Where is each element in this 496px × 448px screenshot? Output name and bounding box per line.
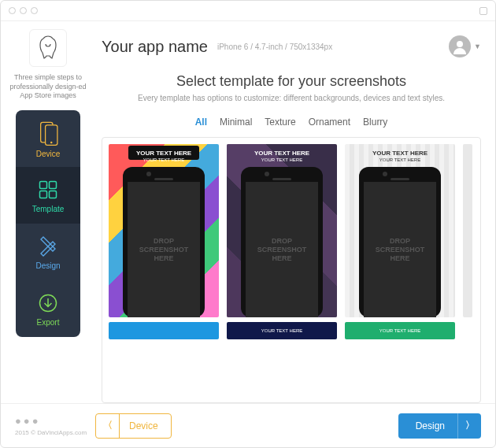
- user-avatar[interactable]: [449, 35, 471, 57]
- template-card[interactable]: YOUR TEXT HEREYOUR TEXT HERE DROPSCREENS…: [109, 144, 219, 396]
- sidebar-label: Design: [35, 261, 60, 270]
- sidebar-item-export[interactable]: Export: [16, 280, 80, 337]
- prev-label: Device: [129, 420, 158, 431]
- device-spec-text: iPhone 6 / 4.7-inch / 750x1334px: [217, 43, 332, 51]
- template-card[interactable]: YOUR TEXT HEREYOUR TEXT HERE DROPSCREENS…: [227, 144, 337, 396]
- next-step-button[interactable]: Design 〉: [398, 413, 481, 439]
- chevron-down-icon[interactable]: ▼: [474, 43, 481, 50]
- page-subtitle: Every template has options to customize:…: [102, 94, 481, 102]
- svg-rect-4: [50, 181, 57, 188]
- copyright-text: 2015 © DaVinciApps.com: [15, 429, 87, 436]
- template-variant-strip[interactable]: YOUR TEXT HERE: [345, 322, 455, 339]
- phone-mockup: DROPSCREENSHOTHERE: [241, 167, 323, 317]
- phone-mockup: DROPSCREENSHOTHERE: [359, 167, 441, 317]
- app-name-title[interactable]: Your app name: [102, 38, 208, 56]
- sidebar-label: Export: [37, 318, 60, 327]
- sidebar-item-template[interactable]: Template: [16, 167, 80, 224]
- window-titlebar: [1, 1, 495, 21]
- design-icon: [36, 235, 60, 258]
- tab-blurry[interactable]: Blurry: [363, 117, 387, 128]
- template-card-peek[interactable]: [463, 144, 472, 396]
- window-maximize-icon[interactable]: [479, 7, 487, 15]
- template-icon: [36, 178, 60, 202]
- svg-rect-3: [40, 181, 47, 188]
- svg-point-2: [50, 141, 53, 143]
- traffic-lights[interactable]: [9, 7, 38, 14]
- svg-rect-5: [40, 191, 47, 198]
- screenshot-dropzone[interactable]: DROPSCREENSHOTHERE: [246, 182, 318, 317]
- template-variant-strip[interactable]: [109, 322, 219, 339]
- chevron-left-icon: 〈: [96, 414, 120, 438]
- screenshot-dropzone[interactable]: DROPSCREENSHOTHERE: [128, 182, 200, 317]
- sidebar-item-device[interactable]: Device: [16, 110, 80, 167]
- phone-mockup: DROPSCREENSHOTHERE: [123, 167, 205, 317]
- svg-point-8: [457, 41, 463, 47]
- app-logo: [29, 29, 67, 67]
- tab-all[interactable]: All: [195, 117, 207, 128]
- screenshot-dropzone[interactable]: DROPSCREENSHOTHERE: [364, 182, 436, 317]
- chevron-right-icon: 〉: [457, 413, 481, 439]
- prev-step-button[interactable]: 〈 Device: [95, 413, 172, 439]
- tagline-text: Three simple steps to professionally des…: [1, 73, 95, 101]
- template-card[interactable]: YOUR TEXT HEREYOUR TEXT HERE DROPSCREENS…: [345, 144, 455, 396]
- tab-texture[interactable]: Texture: [265, 117, 295, 128]
- sidebar-label: Template: [32, 205, 65, 213]
- device-icon: [35, 120, 61, 146]
- sidebar-label: Device: [36, 150, 61, 158]
- next-label: Design: [416, 420, 445, 431]
- export-icon: [36, 291, 60, 315]
- tab-ornament[interactable]: Ornament: [309, 117, 350, 128]
- tab-minimal[interactable]: Minimal: [220, 117, 252, 128]
- template-variant-strip[interactable]: YOUR TEXT HERE: [227, 322, 337, 339]
- sidebar-nav: Device Template Design Export: [16, 110, 80, 337]
- sidebar-item-design[interactable]: Design: [16, 224, 80, 280]
- svg-rect-6: [50, 191, 57, 198]
- template-gallery[interactable]: YOUR TEXT HEREYOUR TEXT HERE DROPSCREENS…: [102, 137, 481, 403]
- page-title: Select template for your screenshots: [102, 73, 481, 90]
- more-menu-icon[interactable]: ●●●: [15, 415, 41, 427]
- filter-tabs: All Minimal Texture Ornament Blurry: [102, 117, 481, 128]
